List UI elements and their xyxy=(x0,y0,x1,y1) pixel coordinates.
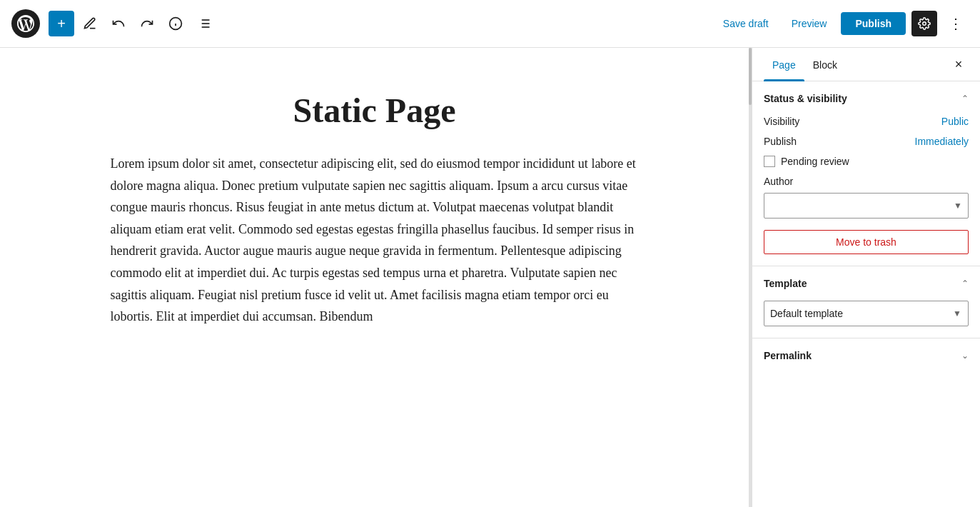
pending-review-checkbox[interactable] xyxy=(764,156,775,167)
redo-button[interactable] xyxy=(134,11,160,36)
undo-button[interactable] xyxy=(106,11,131,36)
tools-button[interactable] xyxy=(77,11,103,36)
author-dropdown-arrow: ▼ xyxy=(954,201,962,211)
move-to-trash-button[interactable]: Move to trash xyxy=(764,230,969,254)
visibility-value[interactable]: Public xyxy=(941,116,969,127)
page-title[interactable]: Static Page xyxy=(111,91,639,130)
redo-icon xyxy=(140,16,154,31)
toolbar-right: Save draft Preview Publish ⋮ xyxy=(714,11,969,36)
list-view-icon xyxy=(197,16,211,31)
author-group: Author ▼ xyxy=(764,176,969,219)
publish-label: Publish xyxy=(764,136,797,147)
template-header[interactable]: Template ⌃ xyxy=(764,278,969,289)
scroll-thumb xyxy=(749,48,752,105)
permalink-toggle: ⌄ xyxy=(961,351,969,361)
info-icon xyxy=(168,16,183,31)
add-icon: + xyxy=(57,16,66,31)
template-section: Template ⌃ Default template Full Width B… xyxy=(752,266,980,338)
wordpress-logo xyxy=(11,9,40,38)
wp-logo-icon xyxy=(17,15,34,32)
publish-value[interactable]: Immediately xyxy=(915,136,969,147)
editor-area: Static Page Lorem ipsum dolor sit amet, … xyxy=(0,48,749,507)
scrollbar[interactable] xyxy=(749,48,752,507)
visibility-row: Visibility Public xyxy=(764,116,969,127)
tab-block[interactable]: Block xyxy=(804,48,846,81)
template-select-wrapper: Default template Full Width Blank ▼ xyxy=(764,301,969,326)
template-toggle: ⌃ xyxy=(961,278,969,288)
permalink-header[interactable]: Permalink ⌄ xyxy=(764,350,969,361)
main-area: Static Page Lorem ipsum dolor sit amet, … xyxy=(0,48,980,507)
permalink-title: Permalink xyxy=(764,350,812,361)
toolbar: + Save draft xyxy=(0,0,980,48)
pending-review-row: Pending review xyxy=(764,156,969,167)
permalink-section: Permalink ⌄ xyxy=(752,338,980,373)
add-block-button[interactable]: + xyxy=(49,11,74,36)
sidebar-tabs: Page Block × xyxy=(752,48,980,81)
status-visibility-title: Status & visibility xyxy=(764,93,847,104)
save-draft-button[interactable]: Save draft xyxy=(714,14,777,34)
settings-button[interactable] xyxy=(911,11,937,36)
sidebar-close-button[interactable]: × xyxy=(949,54,969,74)
template-select[interactable]: Default template Full Width Blank xyxy=(764,301,969,326)
status-visibility-toggle: ⌃ xyxy=(961,94,969,104)
publish-button[interactable]: Publish xyxy=(841,12,906,35)
more-dots-icon: ⋮ xyxy=(949,15,964,32)
pending-review-label: Pending review xyxy=(781,156,849,167)
tools-icon xyxy=(83,16,97,31)
author-select[interactable]: ▼ xyxy=(764,193,969,219)
preview-button[interactable]: Preview xyxy=(783,14,836,34)
visibility-label: Visibility xyxy=(764,116,799,127)
tab-page[interactable]: Page xyxy=(764,48,804,81)
editor-inner: Static Page Lorem ipsum dolor sit amet, … xyxy=(82,48,667,507)
publish-row: Publish Immediately xyxy=(764,136,969,147)
author-label: Author xyxy=(764,176,969,187)
toolbar-left: + xyxy=(11,9,712,38)
info-button[interactable] xyxy=(163,11,188,36)
page-body[interactable]: Lorem ipsum dolor sit amet, consectetur … xyxy=(111,153,639,328)
status-visibility-header[interactable]: Status & visibility ⌃ xyxy=(764,93,969,104)
list-view-button[interactable] xyxy=(191,11,217,36)
sidebar: Page Block × Status & visibility ⌃ Visib… xyxy=(752,48,980,507)
gear-icon xyxy=(918,17,931,30)
undo-icon xyxy=(111,16,126,31)
template-title: Template xyxy=(764,278,807,289)
svg-point-9 xyxy=(923,22,926,26)
more-options-button[interactable]: ⋮ xyxy=(943,11,969,36)
status-visibility-section: Status & visibility ⌃ Visibility Public … xyxy=(752,81,980,266)
